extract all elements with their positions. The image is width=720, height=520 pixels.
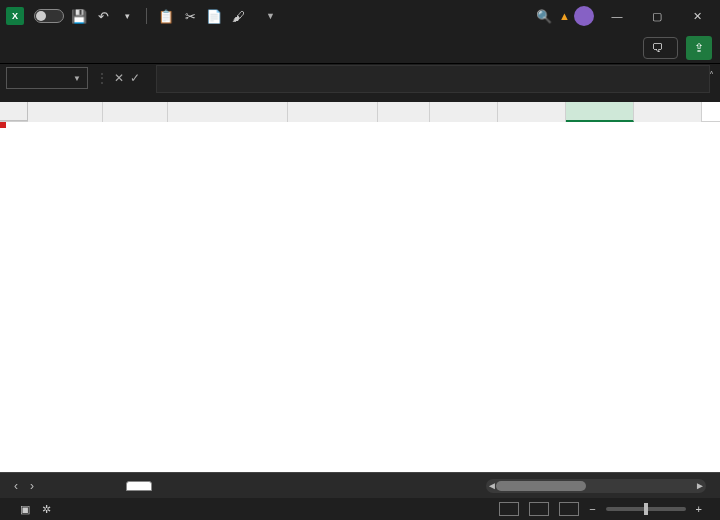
horizontal-scrollbar[interactable]: ◄► bbox=[486, 479, 706, 493]
warning-icon: ▲ bbox=[559, 10, 570, 22]
spreadsheet-grid[interactable] bbox=[0, 102, 720, 472]
cancel-formula-icon[interactable]: ✕ bbox=[114, 71, 124, 85]
colhdr-H[interactable] bbox=[566, 102, 634, 122]
formula-bar[interactable] bbox=[156, 65, 710, 93]
colhdr-B[interactable] bbox=[103, 102, 168, 122]
paste-icon[interactable]: 📄 bbox=[205, 7, 223, 25]
sheet-tab-1[interactable] bbox=[70, 481, 96, 490]
collapse-formula-bar-icon[interactable]: ˄ bbox=[709, 70, 714, 81]
tab-home[interactable] bbox=[60, 44, 74, 52]
view-pagelayout-icon[interactable] bbox=[529, 502, 549, 516]
colhdr-E[interactable] bbox=[378, 102, 430, 122]
formula-bar-row: ▼ ⋮ ✕ ✓ ˄ bbox=[0, 64, 720, 102]
undo-icon[interactable]: ↶ bbox=[94, 7, 112, 25]
tab-power-pivot[interactable] bbox=[268, 44, 282, 52]
view-normal-icon[interactable] bbox=[499, 502, 519, 516]
accept-formula-icon[interactable]: ✓ bbox=[130, 71, 140, 85]
tab-insert[interactable] bbox=[34, 44, 48, 52]
cut-icon[interactable]: ✂ bbox=[181, 7, 199, 25]
sheet-nav-next[interactable]: › bbox=[24, 479, 40, 493]
chevron-down-icon: ▼ bbox=[73, 74, 81, 83]
tab-formulas[interactable] bbox=[112, 44, 126, 52]
sheet-tab-2[interactable] bbox=[98, 481, 124, 490]
comments-button[interactable]: 🗨 bbox=[643, 37, 678, 59]
tab-page-layout[interactable] bbox=[86, 44, 100, 52]
tab-developer[interactable] bbox=[216, 44, 230, 52]
user-account[interactable]: ▲ bbox=[559, 6, 594, 26]
toggle-switch[interactable] bbox=[34, 9, 64, 23]
zoom-in-button[interactable]: + bbox=[696, 503, 702, 515]
save-icon[interactable]: 💾 bbox=[70, 7, 88, 25]
colhdr-I[interactable] bbox=[634, 102, 702, 122]
sheet-nav-prev[interactable]: ‹ bbox=[8, 479, 24, 493]
autosave-toggle[interactable] bbox=[30, 9, 64, 23]
select-all-corner[interactable] bbox=[0, 102, 28, 121]
colhdr-C[interactable] bbox=[168, 102, 288, 122]
format-painter-icon[interactable]: 🖌 bbox=[229, 7, 247, 25]
tab-view[interactable] bbox=[190, 44, 204, 52]
tab-file[interactable] bbox=[8, 44, 22, 52]
colhdr-A[interactable] bbox=[28, 102, 103, 122]
colhdr-G[interactable] bbox=[498, 102, 566, 122]
maximize-button[interactable]: ▢ bbox=[640, 2, 674, 30]
file-name[interactable]: ▼ bbox=[261, 11, 275, 21]
title-bar: X 💾 ↶ ▾ 📋 ✂ 📄 🖌 ▼ 🔍 ▲ ― ▢ ✕ bbox=[0, 0, 720, 32]
column-headers bbox=[0, 102, 720, 122]
sheet-tab-3[interactable] bbox=[126, 481, 152, 491]
clipboard-icon[interactable]: 📋 bbox=[157, 7, 175, 25]
name-box[interactable]: ▼ bbox=[6, 67, 88, 89]
colhdr-F[interactable] bbox=[430, 102, 498, 122]
accessibility-status[interactable]: ✲ bbox=[42, 503, 51, 516]
share-button[interactable]: ⇪ bbox=[686, 36, 712, 60]
minimize-button[interactable]: ― bbox=[600, 2, 634, 30]
ribbon-tabs: 🗨 ⇪ bbox=[0, 32, 720, 64]
chevron-down-icon: ▼ bbox=[266, 11, 275, 21]
tab-data[interactable] bbox=[138, 44, 152, 52]
colhdr-D[interactable] bbox=[288, 102, 378, 122]
excel-icon: X bbox=[6, 7, 24, 25]
view-pagebreak-icon[interactable] bbox=[559, 502, 579, 516]
tab-help[interactable] bbox=[242, 44, 256, 52]
redo-chev-icon[interactable]: ▾ bbox=[118, 7, 136, 25]
sheet-tab-bar: ‹ › ◄► bbox=[0, 472, 720, 498]
status-bar: ▣ ✲ − + bbox=[0, 498, 720, 520]
tab-review[interactable] bbox=[164, 44, 178, 52]
zoom-out-button[interactable]: − bbox=[589, 503, 595, 515]
avatar bbox=[574, 6, 594, 26]
search-icon[interactable]: 🔍 bbox=[535, 7, 553, 25]
macro-record-icon[interactable]: ▣ bbox=[20, 503, 30, 516]
close-button[interactable]: ✕ bbox=[680, 2, 714, 30]
highlight-box bbox=[0, 122, 6, 128]
zoom-slider[interactable] bbox=[606, 507, 686, 511]
